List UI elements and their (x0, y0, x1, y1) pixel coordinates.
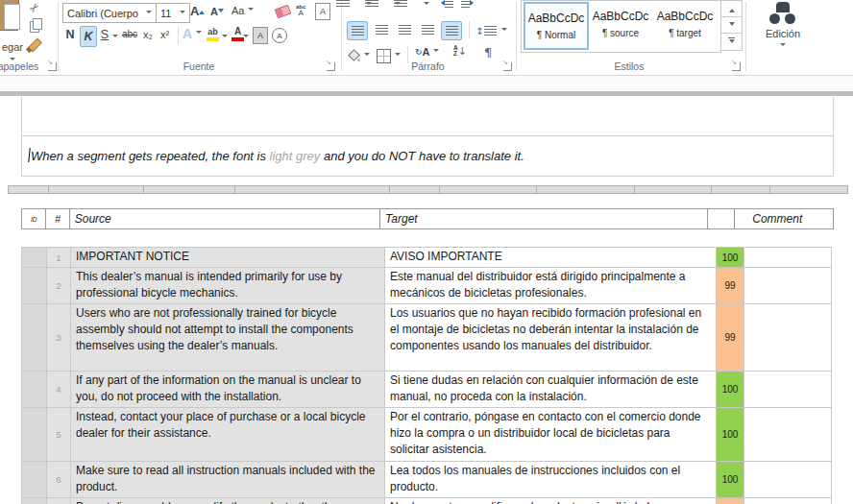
header-id[interactable]: ID (22, 209, 46, 228)
empty-table-row[interactable] (21, 97, 834, 135)
underline-dropdown-icon[interactable] (112, 35, 118, 40)
font-name-dropdown-icon[interactable] (146, 11, 152, 16)
source-cell[interactable]: If any part of the information on the ma… (71, 372, 385, 407)
score-cell[interactable]: 100 (717, 248, 744, 267)
shrink-font-button[interactable]: A (210, 6, 224, 17)
enclose-characters-button[interactable]: A (272, 28, 287, 43)
styles-dialog-launcher-icon[interactable] (732, 62, 741, 71)
row-id-cell[interactable] (22, 498, 47, 504)
multilevel-dropdown-icon[interactable] (424, 2, 429, 8)
row-id-cell[interactable] (22, 268, 47, 303)
target-cell[interactable]: No desmonte o modifique el producto más … (385, 498, 717, 504)
font-size-combobox[interactable]: 11 (156, 3, 190, 23)
highlight-color-button[interactable]: ab (207, 28, 219, 41)
subscript-button[interactable]: x₂ (143, 29, 153, 40)
increase-indent-icon[interactable] (461, 0, 476, 8)
paragraph-dialog-launcher-icon[interactable] (503, 62, 512, 71)
document-page[interactable]: When a segment gets repeated, the font i… (0, 96, 853, 504)
editing-button[interactable]: Edición (749, 2, 816, 49)
row-id-cell[interactable] (22, 462, 47, 497)
source-cell[interactable]: Do not disassemble or modify the product… (71, 498, 385, 504)
copy-icon[interactable] (30, 18, 42, 32)
line-spacing-button[interactable]: ↕ (475, 22, 507, 39)
comment-cell[interactable] (744, 304, 828, 371)
target-cell[interactable]: Los usuarios que no hayan recibido forma… (385, 304, 717, 371)
score-cell[interactable]: 99 (717, 268, 744, 303)
row-number-cell[interactable]: 4 (47, 372, 71, 407)
header-source[interactable]: Source (70, 209, 380, 228)
comment-cell[interactable] (744, 408, 828, 461)
target-cell[interactable]: Por el contrario, póngase en contacto co… (385, 408, 717, 461)
score-cell[interactable]: 100 (717, 372, 744, 407)
source-cell[interactable]: Instead, contact your place of purchase … (71, 408, 385, 461)
distributed-button[interactable] (441, 21, 462, 40)
align-right-button[interactable] (395, 21, 414, 38)
row-number-cell[interactable]: 5 (47, 408, 71, 461)
character-border-button[interactable]: A (315, 3, 330, 20)
font-size-dropdown-icon[interactable] (180, 11, 185, 16)
font-color-dropdown-icon[interactable] (243, 35, 249, 40)
style-normal[interactable]: AaBbCcDc ¶ Normal (524, 2, 589, 50)
show-marks-button[interactable]: ¶ (484, 45, 492, 60)
header-target[interactable]: Target (380, 209, 708, 228)
score-cell[interactable]: 100 (717, 462, 744, 497)
row-number-cell[interactable]: 2 (47, 268, 71, 303)
style-source[interactable]: AaBbCcDc ¶ source (590, 2, 651, 46)
instruction-text[interactable]: When a segment gets repeated, the font i… (31, 149, 524, 163)
asian-layout-button[interactable]: ↻A (415, 46, 439, 58)
score-cell[interactable] (717, 498, 744, 504)
sort-button[interactable]: AZ↓ (453, 45, 467, 57)
format-painter-icon[interactable] (28, 38, 42, 53)
italic-button[interactable]: K (80, 26, 97, 47)
source-cell[interactable]: Make sure to read all instruction manual… (71, 462, 385, 497)
align-left-button[interactable] (347, 21, 368, 40)
score-cell[interactable]: 100 (717, 408, 744, 461)
row-id-cell[interactable] (22, 408, 47, 461)
decrease-indent-icon[interactable] (438, 0, 453, 8)
target-cell[interactable]: Lea todos los manuales de instrucciones … (385, 462, 717, 497)
bold-button[interactable]: N (63, 28, 77, 41)
superscript-button[interactable]: x² (160, 29, 169, 40)
header-comment[interactable]: Comment (735, 209, 833, 228)
underline-button[interactable]: S (99, 28, 110, 41)
row-number-cell[interactable]: 3 (47, 304, 71, 371)
align-center-button[interactable] (372, 21, 391, 38)
comment-cell[interactable] (744, 268, 828, 303)
score-cell[interactable]: 99 (717, 304, 744, 371)
font-name-combobox[interactable]: Calibri (Cuerpo (62, 3, 157, 23)
clear-formatting-icon[interactable] (275, 5, 292, 19)
target-cell[interactable]: AVISO IMPORTANTE (385, 248, 717, 267)
justify-button[interactable] (418, 21, 437, 38)
source-cell[interactable]: This dealer’s manual is intended primari… (71, 268, 385, 303)
row-id-cell[interactable] (22, 304, 47, 371)
grow-font-button[interactable]: A (190, 4, 205, 18)
comment-cell[interactable] (744, 462, 828, 497)
paste-button[interactable]: egar (0, 41, 27, 53)
row-number-cell[interactable]: 6 (47, 462, 71, 497)
header-score[interactable] (708, 209, 735, 228)
comment-cell[interactable] (744, 498, 828, 504)
source-cell[interactable]: IMPORTANT NOTICE (71, 248, 385, 267)
font-dialog-launcher-icon[interactable] (327, 62, 335, 71)
text-effects-button[interactable]: A (183, 26, 202, 41)
style-target[interactable]: AaBbCcDc ¶ target (654, 2, 716, 46)
row-id-cell[interactable] (22, 372, 47, 407)
change-case-button[interactable]: Aa (232, 5, 254, 16)
instruction-row[interactable]: When a segment gets repeated, the font i… (21, 135, 834, 177)
source-cell[interactable]: Users who are not professionally trained… (71, 304, 385, 371)
strikethrough-button[interactable]: abc (122, 29, 137, 39)
row-number-cell[interactable]: 1 (47, 248, 71, 267)
paste-icon[interactable] (0, 0, 19, 31)
target-cell[interactable]: Si tiene dudas en relación con cualquier… (385, 372, 717, 407)
row-id-cell[interactable] (22, 248, 47, 267)
cut-icon[interactable]: ✂ (27, 0, 43, 16)
styles-more-icon[interactable] (720, 33, 743, 51)
clipboard-dialog-launcher-icon[interactable] (48, 62, 57, 71)
highlight-dropdown-icon[interactable] (222, 35, 228, 40)
phonetic-guide-button[interactable]: abc A (296, 4, 305, 17)
header-number[interactable]: # (46, 209, 69, 228)
comment-cell[interactable] (744, 372, 828, 407)
row-number-cell[interactable] (47, 498, 71, 504)
target-cell[interactable]: Este manual del distribuidor está dirigi… (385, 268, 717, 303)
character-shading-button[interactable]: A (253, 27, 268, 44)
